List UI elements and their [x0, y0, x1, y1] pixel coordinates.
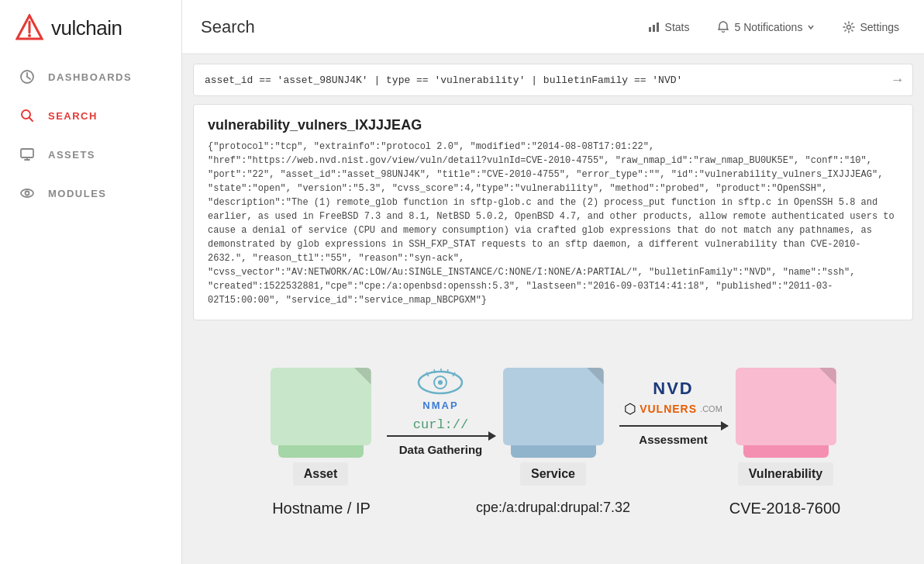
service-sublabel: cpe:/a:drupal:drupal:7.32 [437, 500, 669, 517]
stats-button[interactable]: Stats [642, 18, 696, 36]
asset-node: Asset [271, 368, 371, 486]
asset-card-shadow [278, 445, 364, 458]
vulners-com: .COM [700, 404, 722, 413]
notifications-label: 5 Notifications [734, 21, 802, 33]
vulnerability-label: Vulnerability [738, 462, 833, 486]
sidebar-item-modules-label: MODULES [48, 188, 107, 199]
service-card [503, 368, 604, 445]
sidebar-nav: DASHBOARDS SEARCH ASSETS [0, 57, 181, 213]
assessment-icons: NVD ⬡ VULNERS .COM [624, 379, 722, 417]
sidebar-item-search[interactable]: SEARCH [0, 96, 181, 135]
vulners-label: VULNERS [640, 403, 697, 415]
vulnerability-card-shadow [743, 445, 829, 458]
notifications-button[interactable]: 5 Notifications [711, 18, 821, 36]
curl-label: curl:// [413, 417, 468, 432]
nmap-label: NMAP [422, 400, 458, 411]
result-title: vulnerability_vulners_IXJJJEAG [208, 117, 898, 133]
search-bar[interactable]: asset_id == 'asset_98UNJ4K' | type == 'v… [193, 64, 913, 96]
clock-icon [19, 68, 36, 85]
diagram-row: Asset [190, 368, 916, 486]
data-gathering-label: Data Gathering [399, 443, 483, 456]
main-content: Search Stats 5 Notifications [182, 0, 924, 564]
stats-label: Stats [665, 21, 690, 33]
settings-button[interactable]: Settings [836, 18, 905, 36]
topbar: Search Stats 5 Notifications [182, 0, 924, 54]
search-arrow-icon: → [893, 72, 902, 88]
nmap-eye-icon [413, 369, 467, 400]
chevron-down-icon [807, 23, 815, 31]
settings-label: Settings [860, 21, 899, 33]
logo-icon [16, 14, 43, 42]
asset-card [271, 368, 371, 445]
logo-area: vulchain [0, 0, 181, 57]
sidebar: vulchain DASHBOARDS SEARCH [0, 0, 182, 564]
eye-icon [19, 185, 36, 202]
svg-point-16 [847, 25, 851, 29]
gear-icon [843, 21, 855, 33]
sidebar-item-assets[interactable]: ASSETS [0, 135, 181, 174]
asset-label: Asset [293, 462, 349, 486]
svg-rect-14 [653, 25, 655, 32]
assessment-label: Assessment [639, 433, 707, 446]
result-body: {"protocol":"tcp", "extrainfo":"protocol… [208, 140, 898, 307]
monitor-icon [19, 146, 36, 163]
diagram-area: Asset [182, 320, 924, 564]
service-card-fold [587, 368, 604, 385]
nvd-label: NVD [653, 379, 693, 399]
svg-point-19 [438, 380, 443, 385]
svg-rect-13 [649, 27, 651, 32]
data-gathering-icons: NMAP curl:// [413, 369, 468, 432]
data-gathering-section: NMAP curl:// Data Gathering [379, 369, 503, 484]
sidebar-item-modules[interactable]: MODULES [0, 174, 181, 213]
bottom-labels: Hostname / IP cpe:/a:drupal:drupal:7.32 … [190, 492, 916, 525]
service-card-shadow [511, 445, 596, 458]
service-node: Service [503, 368, 604, 486]
service-label: Service [520, 462, 586, 486]
svg-point-2 [28, 34, 31, 37]
svg-line-7 [29, 118, 33, 122]
svg-line-23 [447, 369, 448, 373]
page-title: Search [201, 17, 255, 37]
result-card: vulnerability_vulners_IXJJJEAG {"protoco… [193, 104, 913, 320]
sidebar-item-search-label: SEARCH [48, 110, 98, 122]
assessment-arrow [619, 425, 728, 427]
vulnerability-node: Vulnerability [736, 368, 836, 486]
asset-card-fold [354, 368, 371, 385]
nmap-icon-group: NMAP [413, 369, 467, 411]
stats-icon [648, 21, 660, 33]
topbar-actions: Stats 5 Notifications Settings [642, 18, 905, 36]
svg-line-5 [27, 77, 30, 79]
vulners-row: ⬡ VULNERS .COM [624, 400, 722, 417]
svg-point-12 [26, 192, 29, 195]
svg-rect-15 [657, 22, 659, 32]
sidebar-item-assets-label: ASSETS [48, 149, 95, 161]
vulners-hex-icon: ⬡ [624, 400, 636, 417]
vulnerability-card [736, 368, 836, 445]
search-icon [19, 107, 36, 124]
svg-rect-8 [21, 149, 33, 157]
data-gathering-arrow [387, 435, 495, 437]
vulnerability-sublabel: CVE-2018-7600 [669, 500, 901, 517]
svg-line-21 [434, 369, 435, 373]
sidebar-item-dashboards[interactable]: DASHBOARDS [0, 57, 181, 96]
search-query: asset_id == 'asset_98UNJ4K' | type == 'v… [205, 74, 682, 86]
logo-text: vulchain [51, 16, 122, 40]
asset-sublabel: Hostname / IP [205, 500, 437, 517]
svg-point-11 [21, 189, 33, 197]
sidebar-item-dashboards-label: DASHBOARDS [48, 71, 132, 83]
vulnerability-card-fold [819, 368, 836, 385]
assessment-section: NVD ⬡ VULNERS .COM Assessment [612, 379, 736, 474]
bell-icon [717, 21, 729, 33]
